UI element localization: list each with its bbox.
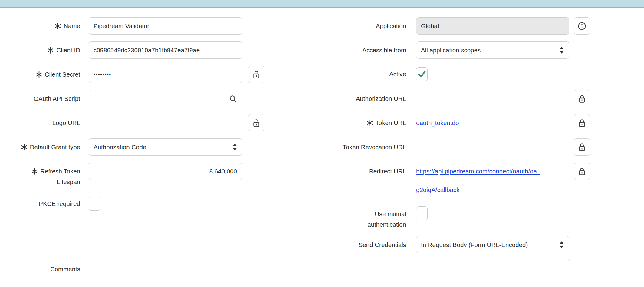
mandatory-icon — [367, 120, 373, 126]
lock-icon — [578, 94, 586, 103]
accessible-from-select[interactable]: All application scopes — [416, 41, 569, 59]
lock-icon — [578, 118, 586, 127]
search-icon — [229, 95, 237, 103]
use-mutual-authentication-checkbox[interactable] — [416, 206, 428, 220]
lock-icon — [252, 70, 260, 79]
application-label: Application — [272, 17, 406, 35]
authorization-url-lock-button[interactable] — [574, 90, 590, 107]
default-grant-type-label: Default Grant type — [0, 138, 80, 156]
select-arrows-icon — [233, 144, 237, 150]
mandatory-icon — [32, 168, 37, 175]
application-info-button[interactable] — [574, 17, 590, 35]
token-url-lock-button[interactable] — [574, 114, 590, 131]
lock-icon — [578, 143, 586, 151]
accessible-from-label: Accessible from — [272, 41, 406, 59]
name-label: Name — [0, 17, 80, 35]
oauth-application-registry-form: { "colors": { "accent_bar": "#bedde4", "… — [0, 0, 644, 287]
info-icon — [578, 22, 586, 30]
authorization-url-label: Authorization URL — [272, 90, 406, 107]
lock-icon — [578, 167, 586, 176]
oauth-api-script-label: OAuth API Script — [0, 90, 80, 107]
send-credentials-label: Send Credentials — [272, 236, 406, 253]
refresh-token-lifespan-label: Refresh Token Lifespan — [0, 163, 80, 190]
oauth-api-script-input[interactable] — [89, 90, 224, 107]
active-checkbox[interactable] — [416, 67, 428, 81]
logo-url-label: Logo URL — [0, 114, 80, 131]
form-header-accent-bar — [0, 0, 644, 8]
active-label: Active — [272, 67, 406, 81]
lock-icon — [252, 118, 260, 127]
client-secret-lock-button[interactable] — [248, 66, 264, 83]
refresh-token-lifespan-input[interactable] — [89, 163, 242, 180]
token-url-label: Token URL — [272, 114, 406, 131]
default-grant-type-select[interactable]: Authorization Code — [89, 138, 242, 156]
mandatory-icon — [48, 47, 53, 54]
client-secret-label: Client Secret — [0, 66, 80, 83]
redirect-url-label: Redirect URL — [272, 163, 406, 180]
oauth-api-script-reference-field — [89, 90, 242, 107]
application-input — [416, 17, 569, 35]
client-id-input[interactable] — [89, 41, 242, 59]
comments-label: Comments — [0, 260, 80, 278]
client-secret-input[interactable] — [89, 66, 242, 83]
token-url-link[interactable]: oauth_token.do — [416, 119, 459, 127]
client-id-label: Client ID — [0, 41, 80, 59]
mandatory-icon — [36, 71, 42, 78]
mandatory-icon — [21, 144, 27, 150]
redirect-url-line1: https://api.pipedream.com/connect/oauth/… — [416, 163, 573, 180]
send-credentials-select[interactable]: In Request Body (Form URL-Encoded) — [416, 236, 569, 253]
checkmark-icon — [418, 71, 426, 78]
token-revocation-url-lock-button[interactable] — [574, 138, 590, 156]
redirect-url-link[interactable]: https://api.pipedream.com/connect/oauth/… — [416, 168, 540, 175]
oauth-api-script-lookup-button[interactable] — [224, 90, 242, 107]
select-arrows-icon — [560, 241, 564, 248]
redirect-url-link[interactable]: g2oiqA/callback — [416, 186, 460, 193]
use-mutual-authentication-label: Use mutual authentication — [272, 205, 406, 233]
pkce-required-label: PKCE required — [0, 197, 80, 211]
logo-url-lock-button[interactable] — [248, 114, 264, 131]
select-arrows-icon — [560, 47, 564, 54]
token-url-value: oauth_token.do — [416, 114, 569, 131]
token-revocation-url-label: Token Revocation URL — [272, 138, 406, 156]
comments-textarea[interactable] — [89, 259, 570, 287]
pkce-required-checkbox[interactable] — [89, 197, 100, 211]
redirect-url-lock-button[interactable] — [574, 163, 590, 180]
redirect-url-line2: g2oiqA/callback — [416, 181, 573, 198]
name-input[interactable] — [89, 17, 242, 35]
mandatory-icon — [55, 23, 61, 29]
